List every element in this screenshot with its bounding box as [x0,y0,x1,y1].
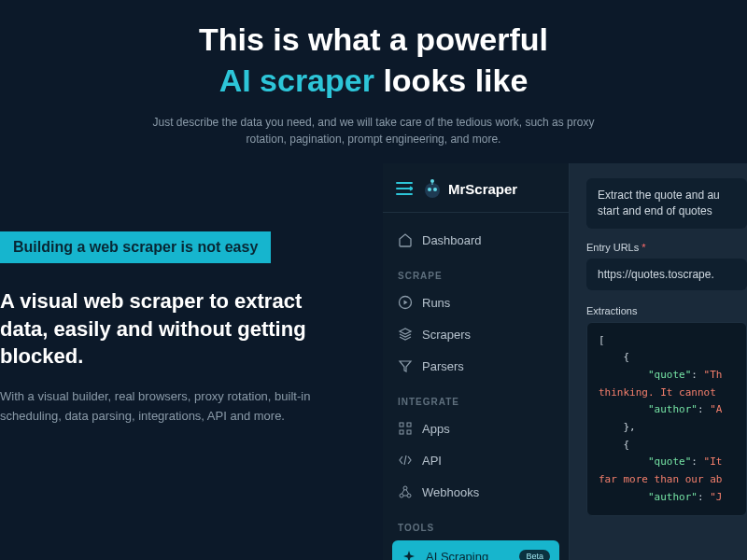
svg-rect-8 [400,430,403,434]
sidebar-item-api[interactable]: API [383,444,569,476]
filter-icon [398,358,413,373]
extractions-label: Extractions [586,305,747,316]
sidebar-item-label: Scrapers [422,328,471,342]
marketing-heading: A visual web scraper to extract data, ea… [0,287,355,371]
sidebar-item-webhooks[interactable]: Webhooks [383,476,569,508]
svg-rect-7 [407,423,411,427]
entry-urls-label: Entry URLs * [586,242,747,253]
brand-row: MrScraper [383,173,569,213]
tagline-badge: Building a web scraper is not easy [0,231,271,263]
svg-point-12 [407,494,411,497]
layers-icon [398,327,413,342]
sidebar-section-integrate: INTEGRATE [383,382,569,413]
app-window: MrScraper Dashboard SCRAPE Runs Scrapers [383,163,747,560]
marketing-left-panel: Building a web scraper is not easy A vis… [0,231,355,427]
grid-icon [398,421,413,436]
sidebar: MrScraper Dashboard SCRAPE Runs Scrapers [383,163,570,560]
sidebar-section-scrape: SCRAPE [383,256,569,287]
sidebar-item-runs[interactable]: Runs [383,287,569,318]
code-icon [398,453,413,468]
sidebar-section-tools: TOOLS [383,508,569,539]
sidebar-item-scrapers[interactable]: Scrapers [383,318,569,350]
detail-pane: Extract the quote and au start and end o… [570,163,747,560]
sidebar-item-parsers[interactable]: Parsers [383,350,569,382]
svg-point-11 [400,494,403,497]
marketing-paragraph: With a visual builder, real browsers, pr… [0,387,355,427]
svg-rect-9 [407,430,411,434]
hero-line1: This is what a powerful [199,21,548,57]
sidebar-item-apps[interactable]: Apps [383,413,569,444]
hero-subheading: Just describe the data you need, and we … [149,114,598,147]
svg-point-2 [433,188,437,191]
hero-line2-tail: looks like [374,63,528,98]
beta-badge: Beta [519,550,550,560]
sparkle-icon [402,549,416,560]
hero-title: This is what a powerful AI scraper looks… [0,0,747,101]
webhook-icon [398,484,413,499]
play-circle-icon [398,295,413,310]
menu-toggle-icon[interactable] [396,182,413,195]
entry-url-input[interactable]: https://quotes.toscrape. [586,259,747,290]
svg-point-3 [430,179,434,183]
robot-icon [422,178,443,199]
home-icon [398,232,413,247]
brand-logo: MrScraper [422,178,517,199]
svg-point-0 [425,183,440,198]
brand-name: MrScraper [448,181,517,197]
svg-rect-6 [400,423,403,427]
sidebar-item-label: Parsers [422,359,464,373]
extractions-code: [ { "quote": "Th thinking. It cannot "au… [586,322,747,517]
prompt-field[interactable]: Extract the quote and au start and end o… [586,178,747,229]
sidebar-item-label: API [422,454,442,468]
sidebar-item-label: Dashboard [422,233,482,247]
sidebar-item-label: Webhooks [422,485,479,499]
sidebar-item-label: AI Scraping [426,550,488,561]
svg-point-1 [428,188,431,191]
sidebar-item-ai-scraping[interactable]: AI Scraping Beta [392,540,559,560]
sidebar-item-label: Apps [422,422,450,436]
sidebar-item-label: Runs [422,296,450,310]
hero-highlight: AI scraper [219,63,374,98]
sidebar-item-dashboard[interactable]: Dashboard [383,224,569,256]
